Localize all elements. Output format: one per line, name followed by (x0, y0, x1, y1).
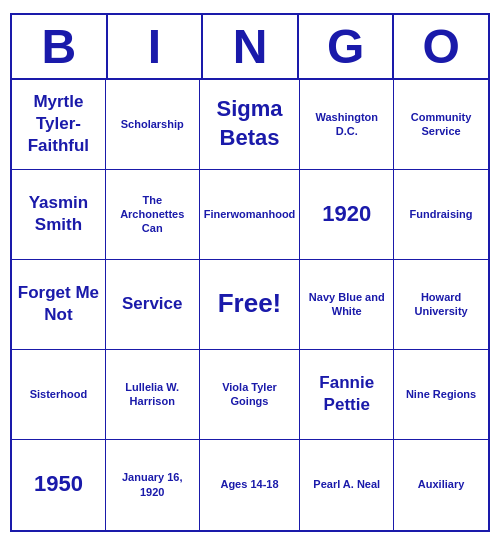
cell-text-8: 1920 (322, 200, 371, 229)
bingo-cell-16: Lullelia W. Harrison (106, 350, 200, 440)
cell-text-12: Free! (218, 287, 282, 321)
cell-text-21: January 16, 1920 (110, 470, 195, 499)
cell-text-23: Pearl A. Neal (313, 477, 380, 491)
cell-text-15: Sisterhood (30, 387, 87, 401)
header-letter-i: I (108, 15, 204, 78)
bingo-cell-0: Myrtle Tyler-Faithful (12, 80, 106, 170)
bingo-cell-22: Ages 14-18 (200, 440, 301, 530)
bingo-cell-19: Nine Regions (394, 350, 488, 440)
bingo-cell-4: Community Service (394, 80, 488, 170)
bingo-card: BINGO Myrtle Tyler-FaithfulScholarshipSi… (10, 13, 490, 532)
bingo-cell-24: Auxiliary (394, 440, 488, 530)
bingo-cell-15: Sisterhood (12, 350, 106, 440)
bingo-cell-17: Viola Tyler Goings (200, 350, 301, 440)
cell-text-11: Service (122, 293, 183, 315)
bingo-cell-2: Sigma Betas (200, 80, 301, 170)
cell-text-1: Scholarship (121, 117, 184, 131)
bingo-cell-12: Free! (200, 260, 301, 350)
bingo-cell-14: Howard University (394, 260, 488, 350)
cell-text-16: Lullelia W. Harrison (110, 380, 195, 409)
bingo-cell-11: Service (106, 260, 200, 350)
cell-text-19: Nine Regions (406, 387, 476, 401)
bingo-cell-5: Yasmin Smith (12, 170, 106, 260)
bingo-cell-18: Fannie Pettie (300, 350, 394, 440)
bingo-grid: Myrtle Tyler-FaithfulScholarshipSigma Be… (12, 80, 488, 530)
bingo-cell-3: Washington D.C. (300, 80, 394, 170)
header-letter-n: N (203, 15, 299, 78)
cell-text-10: Forget Me Not (16, 282, 101, 326)
bingo-cell-13: Navy Blue and White (300, 260, 394, 350)
bingo-cell-1: Scholarship (106, 80, 200, 170)
cell-text-18: Fannie Pettie (304, 372, 389, 416)
bingo-cell-7: Finerwomanhood (200, 170, 301, 260)
bingo-cell-10: Forget Me Not (12, 260, 106, 350)
header-letter-g: G (299, 15, 395, 78)
cell-text-4: Community Service (398, 110, 484, 139)
bingo-cell-9: Fundraising (394, 170, 488, 260)
cell-text-17: Viola Tyler Goings (204, 380, 296, 409)
bingo-cell-8: 1920 (300, 170, 394, 260)
bingo-cell-20: 1950 (12, 440, 106, 530)
cell-text-24: Auxiliary (418, 477, 464, 491)
bingo-cell-21: January 16, 1920 (106, 440, 200, 530)
cell-text-0: Myrtle Tyler-Faithful (16, 91, 101, 157)
header-letter-b: B (12, 15, 108, 78)
bingo-header: BINGO (12, 15, 488, 80)
cell-text-6: The Archonettes Can (110, 193, 195, 236)
cell-text-9: Fundraising (410, 207, 473, 221)
header-letter-o: O (394, 15, 488, 78)
cell-text-13: Navy Blue and White (304, 290, 389, 319)
cell-text-3: Washington D.C. (304, 110, 389, 139)
cell-text-22: Ages 14-18 (220, 477, 278, 491)
cell-text-20: 1950 (34, 470, 83, 499)
bingo-cell-23: Pearl A. Neal (300, 440, 394, 530)
cell-text-2: Sigma Betas (204, 95, 296, 152)
cell-text-14: Howard University (398, 290, 484, 319)
bingo-cell-6: The Archonettes Can (106, 170, 200, 260)
cell-text-7: Finerwomanhood (204, 207, 296, 221)
cell-text-5: Yasmin Smith (16, 192, 101, 236)
